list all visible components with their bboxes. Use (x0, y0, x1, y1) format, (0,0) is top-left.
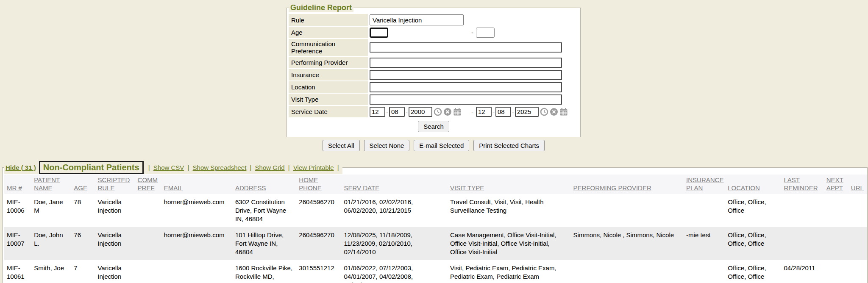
select-none-button[interactable]: Select None (364, 140, 410, 151)
cell-email (161, 260, 233, 283)
column-header-visit-type[interactable]: VISIT TYPE (448, 175, 571, 194)
form-row-location: Location (289, 81, 579, 93)
cell-scripted-rule: Varicella Injection (95, 260, 135, 283)
legend-separator: | (148, 164, 150, 171)
column-header-serv-date[interactable]: SERV DATE (342, 175, 448, 194)
service-date-to-month-input[interactable] (476, 107, 492, 117)
view-printable-link[interactable]: View Printable (293, 164, 334, 171)
column-header-insurance-plan[interactable]: INSURANCEPLAN (684, 175, 725, 194)
service-date-from-day-input[interactable] (389, 107, 405, 117)
legend-separator: | (337, 164, 339, 171)
column-header-mr[interactable]: MR # (4, 175, 31, 194)
column-header-last-reminder[interactable]: LASTREMINDER (782, 175, 824, 194)
show-grid-link[interactable]: Show Grid (255, 164, 285, 171)
age-from-input[interactable] (370, 28, 388, 38)
cell-patient-name: Doe, John L. (31, 227, 71, 260)
service-date-label: Service Date (289, 106, 368, 117)
cell-mr: MIE-10061 (4, 260, 31, 283)
results-fieldset: Hide ( 31 ) Non-Compliant Patients | Sho… (2, 161, 868, 283)
cell-location: Office, Office, Office, Office (725, 260, 781, 283)
form-row-rule: Rule Varicella Injection (289, 14, 579, 26)
cell-patient-name: Smith, Joe (31, 260, 71, 283)
clear-icon[interactable] (550, 108, 558, 116)
select-all-button[interactable]: Select All (323, 140, 360, 151)
age-to-input[interactable] (476, 28, 495, 38)
guideline-report-fieldset: Guideline Report Rule Varicella Injectio… (287, 3, 581, 137)
column-header-patient-name[interactable]: PATIENTNAME (31, 175, 71, 194)
location-label: Location (289, 81, 368, 93)
hide-results-link[interactable]: Hide ( 31 ) (6, 164, 36, 171)
column-header-age[interactable]: AGE (71, 175, 95, 194)
cell-scripted-rule: Varicella Injection (95, 227, 135, 260)
cell-age: 78 (71, 194, 95, 227)
date-field-separator: - (406, 108, 408, 115)
column-header-comm-pref[interactable]: COMMPREF (135, 175, 161, 194)
table-header-row: MR # PATIENTNAME AGE SCRIPTEDRULE COMMPR… (4, 175, 867, 194)
form-row-visit-type: Visit Type (289, 94, 579, 105)
form-row-insurance: Insurance (289, 69, 579, 80)
calendar-icon[interactable] (559, 108, 568, 116)
column-header-home-phone[interactable]: HOMEPHONE (296, 175, 341, 194)
legend-separator: | (288, 164, 290, 171)
rule-select[interactable]: Varicella Injection (370, 14, 464, 25)
cell-location: Office, Office, Office (725, 194, 781, 227)
service-date-to-year-input[interactable] (515, 107, 539, 117)
service-date-from-month-input[interactable] (370, 107, 385, 117)
cell-comm-pref (135, 194, 161, 227)
column-header-url[interactable]: URL (849, 175, 867, 194)
calendar-icon[interactable] (453, 108, 462, 116)
cell-url (849, 227, 867, 260)
insurance-input[interactable] (370, 70, 562, 80)
cell-serv-date: 12/08/2025, 11/18/2009, 11/23/2009, 02/1… (342, 227, 448, 260)
cell-insurance-plan (684, 194, 725, 227)
communication-preference-input[interactable] (370, 42, 562, 53)
legend-separator: | (188, 164, 189, 171)
service-date-from-year-input[interactable] (409, 107, 432, 117)
rule-select-value: Varicella Injection (373, 17, 422, 24)
visit-type-input[interactable] (370, 94, 562, 105)
print-selected-charts-button[interactable]: Print Selected Charts (473, 140, 545, 151)
date-field-separator: - (512, 108, 514, 115)
cell-url (849, 194, 867, 227)
guideline-report-legend: Guideline Report (289, 3, 353, 12)
results-title: Non-Compliant Patients (39, 161, 144, 174)
column-header-performing-provider[interactable]: PERFORMING PROVIDER (571, 175, 684, 194)
service-date-range-separator: - (471, 108, 473, 115)
clock-icon[interactable] (540, 108, 548, 116)
date-field-separator: - (492, 108, 495, 115)
guideline-report-form: Rule Varicella Injection Age - (288, 13, 579, 136)
form-row-performing-provider: Performing Provider (289, 57, 579, 68)
cell-age: 7 (71, 260, 95, 283)
column-header-scripted-rule[interactable]: SCRIPTEDRULE (95, 175, 135, 194)
form-row-search: Search (289, 118, 579, 135)
cell-home-phone: 2604596270 (296, 194, 341, 227)
cell-address: 1600 Rockville Pike, Rockville MD, 55555 (233, 260, 296, 283)
cell-email: horner@mieweb.com (161, 227, 233, 260)
cell-home-phone: 2604596270 (296, 227, 341, 260)
patients-table: MR # PATIENTNAME AGE SCRIPTEDRULE COMMPR… (4, 175, 867, 283)
email-selected-button[interactable]: E-mail Selected (414, 140, 469, 151)
clear-icon[interactable] (443, 108, 452, 116)
cell-url (849, 260, 867, 283)
show-csv-link[interactable]: Show CSV (153, 164, 184, 171)
cell-comm-pref (135, 260, 161, 283)
table-row: MIE-10006 Doe, Jane M 78 Varicella Injec… (4, 194, 867, 227)
service-date-to-day-input[interactable] (495, 107, 511, 117)
column-header-location[interactable]: LOCATION (725, 175, 781, 194)
cell-address: 6302 Constitution Drive, Fort Wayne IN, … (233, 194, 296, 227)
column-header-email[interactable]: EMAIL (161, 175, 233, 194)
communication-preference-label: Communication Preference (289, 39, 368, 56)
cell-performing-provider: Simmons, Nicole , Simmons, Nicole (571, 227, 684, 260)
performing-provider-input[interactable] (370, 58, 562, 68)
insurance-label: Insurance (289, 69, 368, 80)
search-button[interactable]: Search (418, 121, 449, 132)
column-header-next-appt[interactable]: NEXTAPPT (824, 175, 849, 194)
clock-icon[interactable] (434, 108, 442, 116)
date-field-separator: - (386, 108, 388, 115)
show-spreadsheet-link[interactable]: Show Spreadsheet (193, 164, 247, 171)
age-label: Age (289, 27, 368, 38)
location-input[interactable] (370, 82, 562, 92)
column-header-address[interactable]: ADDRESS (233, 175, 296, 194)
cell-performing-provider (571, 260, 684, 283)
cell-insurance-plan (684, 260, 725, 283)
